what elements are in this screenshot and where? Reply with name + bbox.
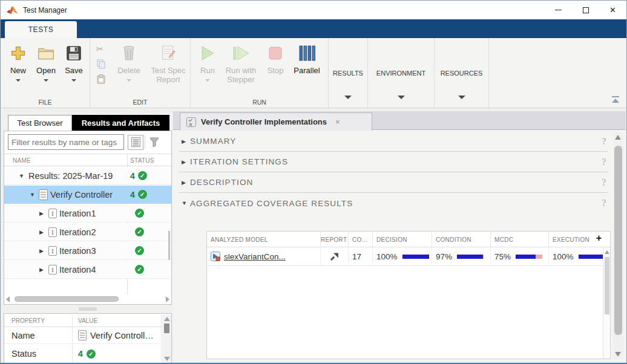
matlab-logo-icon <box>7 5 18 15</box>
test-spec-report-button[interactable]: Test SpecReport <box>148 43 188 84</box>
collapsed-arrow-icon[interactable]: ▶ <box>39 267 47 273</box>
filter-button[interactable] <box>146 135 162 150</box>
tree-row-iteration3[interactable]: ▶ I Iteration3 ✓ <box>4 242 171 260</box>
expanded-arrow-icon[interactable]: ▼ <box>19 173 26 179</box>
coverage-table-row[interactable]: slexVariantCon... 17 100% 97% <box>207 247 610 266</box>
tab-tests[interactable]: TESTS <box>5 21 77 38</box>
run-with-stepper-button[interactable]: Run withStepper <box>222 43 260 84</box>
pass-count: 4 <box>130 171 135 181</box>
new-button[interactable]: New <box>5 43 31 82</box>
panel-splitter[interactable] <box>4 305 172 313</box>
collapse-ribbon-button[interactable] <box>611 96 620 103</box>
property-vertical-scrollbar[interactable] <box>162 315 171 363</box>
environment-gallery-caret-icon <box>398 96 405 99</box>
scroll-up-icon[interactable] <box>605 250 609 254</box>
condition-percentage: 97% <box>436 252 452 261</box>
help-icon[interactable]: ? <box>602 157 606 167</box>
main-vertical-scrollbar[interactable] <box>613 132 623 359</box>
tree-row-iteration2[interactable]: ▶ I Iteration2 ✓ <box>4 223 171 241</box>
result-detail-panel: ▶ SUMMARY ? ▶ ITERATION SETTINGS ? ▶ DES… <box>173 130 626 362</box>
help-icon[interactable]: ? <box>602 198 606 209</box>
name-column-header: NAME <box>13 157 31 164</box>
scroll-down-icon[interactable] <box>615 352 621 357</box>
edit-group-label: EDIT <box>90 99 190 106</box>
tree-row-results[interactable]: ▼ Results: 2025-Mar-19 4 ✓ <box>4 167 171 185</box>
filter-results-input[interactable] <box>8 134 124 150</box>
property-row-name[interactable]: Name Verify Controller Implementations <box>4 327 162 344</box>
scroll-left-icon[interactable] <box>6 296 10 302</box>
edit-group: ✂ Delete Test SpecReport EDIT <box>90 38 191 108</box>
open-report-icon[interactable] <box>330 252 340 261</box>
cut-icon[interactable]: ✂ <box>96 44 106 54</box>
close-tab-icon[interactable]: × <box>335 117 340 126</box>
model-link[interactable]: slexVariantCon... <box>224 252 286 261</box>
results-gallery-button[interactable]: RESULTS <box>329 38 368 108</box>
copy-icon[interactable] <box>96 59 106 69</box>
tab-test-browser[interactable]: Test Browser <box>8 115 72 131</box>
scroll-up-icon[interactable] <box>164 317 170 321</box>
property-row-status[interactable]: Status 4 ✓ <box>4 344 162 363</box>
run-button[interactable]: Run <box>195 43 220 82</box>
scrollbar-thumb[interactable] <box>614 146 622 335</box>
run-caret-icon[interactable] <box>205 79 210 82</box>
mcdc-percentage: 75% <box>494 252 511 261</box>
section-iteration-settings[interactable]: ▶ ITERATION SETTINGS ? <box>179 152 608 172</box>
paste-icon[interactable] <box>96 74 106 84</box>
tree-row-test-file[interactable]: ▼ Verify Controller Implementations 4 ✓ <box>4 186 171 204</box>
iteration-icon: I <box>48 209 57 218</box>
help-icon[interactable]: ? <box>602 136 606 147</box>
resources-gallery-button[interactable]: RESOURCES <box>435 38 489 108</box>
scrollbar-thumb[interactable] <box>15 296 119 302</box>
collapsed-arrow-icon: ▶ <box>182 138 190 145</box>
new-caret-icon[interactable] <box>16 79 21 82</box>
parallel-bars-icon <box>298 43 315 63</box>
property-panel: PROPERTY VALUE Name Verify Controller Im… <box>4 313 172 363</box>
save-caret-icon[interactable] <box>71 79 76 82</box>
tab-results-and-artifacts[interactable]: Results and Artifacts <box>72 115 169 131</box>
collapsed-arrow-icon[interactable]: ▶ <box>39 229 47 235</box>
iteration-icon: I <box>48 227 57 237</box>
left-panel-tabs: Test Browser Results and Artifacts <box>8 115 169 131</box>
close-button[interactable]: ✕ <box>599 1 626 19</box>
pass-check-icon: ✓ <box>135 209 144 218</box>
tree-horizontal-scrollbar[interactable] <box>6 295 169 303</box>
parallel-button[interactable]: Parallel <box>291 43 323 75</box>
scrollbar-thumb[interactable] <box>164 323 169 333</box>
execution-coverage-bar <box>579 255 605 259</box>
scroll-right-icon[interactable] <box>166 296 169 302</box>
tree-row-iteration1[interactable]: ▶ I Iteration1 ✓ <box>4 204 171 223</box>
complexity-value: 17 <box>349 247 373 265</box>
section-description[interactable]: ▶ DESCRIPTION ? <box>179 172 608 193</box>
table-vertical-scrollbar[interactable] <box>603 247 610 359</box>
section-summary[interactable]: ▶ SUMMARY ? <box>179 131 608 152</box>
tab-verify-controller-implementations[interactable]: Verify Controller Implementations × <box>180 112 372 131</box>
run-play-icon <box>200 43 215 63</box>
delete-button[interactable]: Delete <box>113 43 145 82</box>
save-button[interactable]: Save <box>61 43 87 82</box>
property-column-header: PROPERTY <box>11 317 45 324</box>
minimize-icon <box>555 10 562 10</box>
open-button[interactable]: Open <box>33 43 59 82</box>
collapsed-arrow-icon[interactable]: ▶ <box>39 248 47 254</box>
maximize-button[interactable] <box>572 1 599 19</box>
add-column-button[interactable]: + <box>596 233 602 244</box>
tree-vertical-scrollbar[interactable] <box>168 231 170 260</box>
scrollbar-thumb[interactable] <box>605 257 609 314</box>
new-plus-icon <box>10 43 26 63</box>
pass-check-icon: ✓ <box>138 171 147 180</box>
stop-button[interactable]: Stop <box>263 43 287 75</box>
environment-gallery-button[interactable]: ENVIRONMENT <box>368 38 435 108</box>
svg-text:I: I <box>51 266 53 273</box>
tree-row-iteration4[interactable]: ▶ I Iteration4 ✓ <box>4 261 171 279</box>
delete-caret-icon[interactable] <box>126 79 131 82</box>
coverage-table: + ANALYZED MODEL REPORT COMPLEXITY DECIS… <box>206 231 611 359</box>
minimize-button[interactable] <box>545 1 572 19</box>
section-aggregated-coverage-results[interactable]: ▼ AGGREGATED COVERAGE RESULTS ? <box>179 193 608 213</box>
help-icon[interactable]: ? <box>602 177 606 188</box>
collapsed-arrow-icon[interactable]: ▶ <box>39 210 47 216</box>
scroll-down-icon[interactable] <box>164 357 170 361</box>
view-list-button[interactable] <box>128 135 143 150</box>
open-caret-icon[interactable] <box>44 79 48 82</box>
expanded-arrow-icon[interactable]: ▼ <box>30 192 37 198</box>
scroll-up-icon[interactable] <box>615 135 621 140</box>
